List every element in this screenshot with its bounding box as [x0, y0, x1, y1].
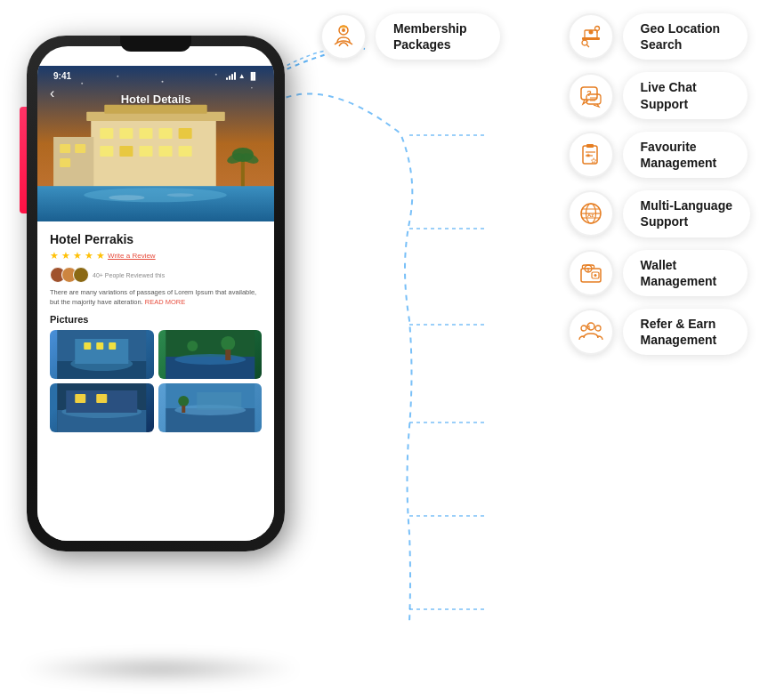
svg-text:$: $	[586, 266, 589, 271]
hotel-illustration	[37, 66, 274, 221]
favourite-label: Favourite Management	[641, 139, 730, 171]
svg-rect-21	[159, 146, 173, 157]
review-count: 40+ People Reviewed this	[93, 272, 165, 278]
star-3: ★	[73, 250, 82, 261]
svg-rect-18	[100, 146, 113, 157]
reviewers-row: 40+ People Reviewed this	[50, 267, 262, 283]
svg-point-7	[81, 83, 83, 84]
membership-label: Membership Packages	[393, 20, 482, 52]
feature-multi-language: Az Multi-Language Support	[568, 190, 750, 237]
picture-thumb-3	[50, 383, 154, 432]
battery-icon: ▐▌	[248, 72, 258, 80]
svg-rect-28	[60, 158, 70, 167]
refer-icon: $	[578, 318, 604, 345]
geo-icon-circle	[568, 13, 614, 60]
back-button[interactable]: ‹	[50, 85, 54, 101]
hotel-hero-image: ‹ Hotel Details	[37, 66, 274, 221]
geo-icon	[578, 23, 604, 50]
phone-screen: 9:41 ▲ ▐▌	[37, 46, 274, 541]
geo-label: Geo Location Search	[641, 20, 730, 52]
svg-rect-25	[53, 137, 93, 190]
picture-thumb-1	[50, 330, 154, 379]
svg-rect-14	[119, 128, 133, 139]
write-review-link[interactable]: Write a Review	[108, 252, 156, 260]
language-label-pill: Multi-Language Support	[623, 190, 750, 237]
svg-point-59	[178, 396, 189, 406]
svg-rect-19	[119, 146, 133, 157]
status-icons: ▲ ▐▌	[226, 72, 258, 80]
svg-rect-48	[225, 350, 230, 360]
svg-point-91	[594, 274, 596, 277]
phone-device: 9:41 ▲ ▐▌	[27, 36, 285, 551]
read-more-link[interactable]: READ MORE	[145, 298, 185, 306]
status-bar: 9:41 ▲ ▐▌	[37, 66, 274, 83]
picture-thumb-4	[158, 383, 263, 432]
svg-rect-43	[109, 342, 116, 350]
svg-point-46	[174, 354, 246, 365]
svg-point-64	[340, 26, 347, 28]
rating-row: ★ ★ ★ ★ ★ Write a Review	[50, 250, 262, 261]
phone-shadow	[18, 656, 303, 682]
membership-label-pill: Membership Packages	[376, 13, 500, 60]
signal-icon	[226, 73, 236, 80]
chat-icon: ?	[578, 83, 604, 109]
phone-notch	[120, 36, 191, 52]
svg-point-96	[595, 326, 601, 331]
avatar-group	[50, 267, 89, 283]
geo-label-pill: Geo Location Search	[623, 13, 748, 60]
svg-point-11	[251, 87, 253, 89]
hotel-content: Hotel Perrakis ★ ★ ★ ★ ★ Write a Review	[37, 221, 274, 541]
star-2: ★	[61, 250, 70, 261]
status-time: 9:41	[53, 71, 71, 81]
hotel-name: Hotel Perrakis	[50, 232, 262, 246]
wallet-label: Wallet Management	[641, 257, 730, 289]
svg-point-30	[84, 188, 227, 202]
svg-rect-27	[75, 144, 85, 153]
svg-rect-20	[139, 146, 152, 157]
svg-rect-15	[139, 128, 152, 139]
svg-point-32	[167, 193, 194, 197]
star-4: ★	[85, 250, 93, 261]
svg-text:Az: Az	[587, 213, 594, 218]
svg-rect-16	[159, 128, 173, 139]
feature-favourite: Favourite Management	[568, 132, 750, 178]
svg-rect-42	[96, 342, 103, 350]
svg-point-63	[342, 28, 345, 32]
star-5: ★	[96, 250, 105, 261]
svg-rect-13	[100, 128, 113, 139]
membership-icon-circle	[320, 13, 367, 60]
phone-content: 9:41 ▲ ▐▌	[37, 66, 274, 541]
reviewer-avatar-3	[73, 267, 89, 283]
svg-text:?: ?	[586, 89, 592, 98]
language-icon: Az	[578, 200, 604, 227]
svg-rect-78	[586, 144, 594, 148]
svg-point-47	[221, 336, 235, 350]
favourite-icon	[578, 141, 604, 168]
language-icon-circle: Az	[568, 190, 614, 237]
pictures-grid	[50, 330, 262, 432]
wallet-icon-circle: $	[568, 250, 614, 296]
svg-point-95	[581, 326, 586, 331]
svg-marker-82	[586, 153, 590, 157]
favourite-label-pill: Favourite Management	[623, 132, 748, 178]
svg-rect-41	[84, 342, 91, 350]
feature-wallet: $ Wallet Management	[568, 250, 750, 296]
svg-point-31	[109, 195, 144, 200]
star-1: ★	[50, 250, 59, 261]
phone-side-button	[20, 107, 27, 213]
svg-rect-61	[197, 392, 241, 410]
svg-rect-55	[96, 394, 107, 403]
svg-rect-17	[179, 128, 192, 139]
favourite-icon-circle	[568, 132, 614, 178]
chat-label-pill: Live Chat Support	[623, 72, 748, 118]
svg-point-49	[187, 341, 198, 351]
language-label: Multi-Language Support	[641, 197, 732, 229]
feature-geo-location: Geo Location Search	[568, 13, 750, 60]
svg-point-67	[588, 30, 593, 35]
svg-rect-60	[182, 406, 185, 413]
chat-icon-circle: ?	[568, 73, 614, 119]
pictures-section-title: Pictures	[50, 314, 262, 325]
feature-refer-earn: $ Refer & Earn Management	[568, 309, 750, 355]
wallet-label-pill: Wallet Management	[623, 250, 748, 296]
screen-title: Hotel Details	[121, 93, 191, 106]
